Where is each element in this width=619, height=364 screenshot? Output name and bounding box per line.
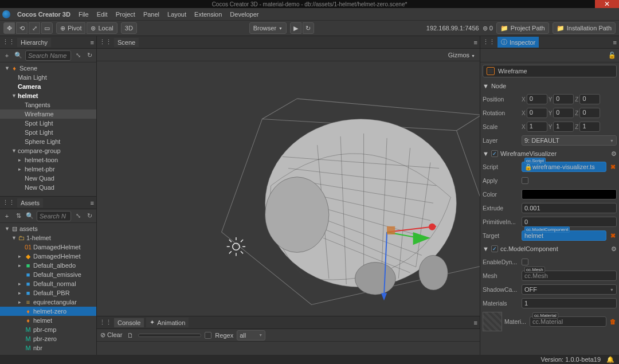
asset-item[interactable]: ■Default_emissive (0, 270, 96, 279)
hierarchy-item[interactable]: ▼helmet (0, 91, 96, 100)
add-asset-icon[interactable]: + (2, 212, 11, 221)
panel-menu-icon[interactable]: ≡ (91, 199, 94, 206)
asset-item[interactable]: Mnbr (0, 343, 96, 353)
panel-menu-icon[interactable]: ≡ (613, 39, 617, 46)
wireframe-enabled-checkbox[interactable] (491, 150, 498, 157)
rot-y-input[interactable]: 0 (553, 108, 574, 118)
hierarchy-item[interactable]: Main Light (0, 73, 96, 82)
hierarchy-item[interactable]: ▸helmet-pbr (0, 165, 96, 174)
model-enabled-checkbox[interactable] (491, 245, 498, 252)
asset-item[interactable]: ▼⊟assets (0, 224, 96, 233)
extrude-input[interactable]: 0.001 (522, 203, 617, 213)
assets-tab[interactable]: Assets (17, 198, 43, 208)
script-field[interactable]: cc.Script🔒wireframe-visualizer.ts (522, 162, 606, 172)
regex-checkbox[interactable] (205, 332, 211, 339)
local-button[interactable]: ⊛Local (87, 22, 117, 34)
asset-item[interactable]: 01DamagedHelmet (0, 242, 96, 252)
enabled-checkbox[interactable] (487, 67, 495, 75)
model-section[interactable]: ▼cc.ModelComponent⚙ (483, 244, 617, 254)
asset-item[interactable]: ▸◆DamagedHelmet (0, 252, 96, 261)
hierarchy-item[interactable]: Sphere Light (0, 137, 96, 146)
pos-x-input[interactable]: 0 (527, 94, 547, 104)
hierarchy-item[interactable]: ▼compare-group (0, 146, 96, 155)
shadow-dropdown[interactable]: OFF (522, 284, 617, 295)
asset-item[interactable]: ▸■Default_normal (0, 279, 96, 288)
pivot-button[interactable]: ⊕Pivot (56, 22, 85, 34)
asset-item[interactable]: Mpbr-zero (0, 334, 96, 343)
menu-layout[interactable]: Layout (164, 10, 190, 19)
add-node-icon[interactable]: + (2, 51, 11, 60)
rect-tool-icon[interactable]: ▭ (41, 22, 53, 34)
project-path-button[interactable]: 📁Project Path (496, 22, 549, 34)
scene-tab[interactable]: Scene (114, 38, 139, 47)
sort-icon[interactable]: ⇅ (14, 212, 23, 221)
scale-tool-icon[interactable]: ⤢ (29, 22, 40, 34)
inspector-tab[interactable]: ⓘ Inspector (497, 37, 539, 48)
hierarchy-item[interactable]: New Quad (0, 183, 96, 192)
asset-item[interactable]: ▸■Default_PBR (0, 288, 96, 298)
console-tab[interactable]: Console (114, 318, 144, 327)
bell-icon[interactable]: 🔔 (606, 356, 614, 363)
collapse-icon[interactable]: ⤡ (73, 51, 83, 60)
asset-item[interactable]: ▸■Default_albedo (0, 261, 96, 270)
close-button[interactable]: ✕ (595, 0, 619, 8)
panel-menu-icon[interactable]: ≡ (474, 319, 477, 326)
hierarchy-item[interactable]: ▼♦Scene (0, 64, 96, 73)
scale-y-input[interactable]: 1 (553, 122, 574, 132)
gear-icon[interactable]: ⚙ (611, 245, 617, 253)
scale-z-input[interactable]: 1 (579, 122, 600, 132)
asset-item[interactable]: ♦helmet (0, 316, 96, 325)
refresh-icon[interactable]: ↻ (85, 51, 94, 60)
asset-item[interactable]: ▼🗀1-helmet (0, 233, 96, 242)
delete-icon[interactable]: 🗑 (609, 318, 617, 325)
menu-project[interactable]: Project (112, 10, 139, 19)
search-icon[interactable]: 🔍 (25, 212, 34, 221)
wireframe-section[interactable]: ▼WireframeVisualizer⚙ (483, 148, 617, 159)
apply-checkbox[interactable] (522, 177, 528, 184)
panel-menu-icon[interactable]: ≡ (91, 39, 94, 46)
materials-count-input[interactable]: 1 (522, 298, 617, 308)
pos-z-input[interactable]: 0 (579, 94, 600, 104)
panel-menu-icon[interactable]: ≡ (474, 39, 477, 46)
play-button[interactable]: ▶ (290, 22, 301, 34)
hierarchy-item[interactable]: Spot Light (0, 119, 96, 128)
search-icon[interactable]: 🔍 (14, 51, 23, 60)
hierarchy-item[interactable]: Camera (0, 82, 96, 91)
move-tool-icon[interactable]: ✥ (3, 22, 15, 34)
hierarchy-item[interactable]: Tangents (0, 100, 96, 109)
target-field[interactable]: cc.ModelComponenthelmet (522, 230, 606, 241)
hierarchy-item[interactable]: Spot Light (0, 128, 96, 137)
install-path-button[interactable]: 📁Installation Path (553, 22, 616, 34)
assets-search-input[interactable]: Search N (37, 211, 71, 221)
node-name-field[interactable]: Wireframe (483, 65, 617, 77)
asset-item[interactable]: ▸≡equirectangular (0, 298, 96, 307)
menu-file[interactable]: File (75, 10, 92, 19)
hierarchy-search-input[interactable]: Search Name (25, 50, 71, 61)
3d-button[interactable]: 3D (121, 22, 137, 34)
asset-item[interactable]: ♦helmet-zero (0, 307, 96, 316)
asset-item[interactable]: Mpbr-cmp (0, 325, 96, 334)
primindex-input[interactable]: 0 (522, 217, 617, 227)
enabledyn-checkbox[interactable] (522, 259, 528, 265)
menu-developer[interactable]: Developer (226, 10, 262, 19)
hierarchy-item[interactable]: Wireframe (0, 109, 96, 119)
scale-x-input[interactable]: 1 (527, 122, 547, 132)
animation-tab[interactable]: ✦ Animation (146, 318, 189, 327)
rot-z-input[interactable]: 0 (579, 108, 600, 118)
collapse-icon[interactable]: ⤡ (73, 212, 83, 221)
menu-edit[interactable]: Edit (93, 10, 111, 19)
browser-dropdown[interactable]: Browser▼ (249, 22, 287, 34)
reload-button[interactable]: ↻ (303, 22, 314, 34)
delete-icon[interactable]: ✖ (609, 163, 617, 171)
refresh-icon[interactable]: ↻ (85, 212, 94, 221)
clear-button[interactable]: ⊘ Clear (100, 331, 122, 339)
console-filter-input[interactable] (138, 334, 201, 337)
gear-icon[interactable]: ⚙ (611, 150, 617, 158)
hierarchy-item[interactable]: New Quad (0, 174, 96, 183)
menu-extension[interactable]: Extension (191, 10, 225, 19)
lock-icon[interactable]: 🔓 (608, 51, 617, 60)
mesh-field[interactable]: cc.Meshcc.Mesh (522, 271, 617, 281)
rotate-tool-icon[interactable]: ⟲ (16, 22, 28, 34)
file-icon[interactable]: 🗋 (126, 331, 135, 340)
menu-panel[interactable]: Panel (140, 10, 163, 19)
